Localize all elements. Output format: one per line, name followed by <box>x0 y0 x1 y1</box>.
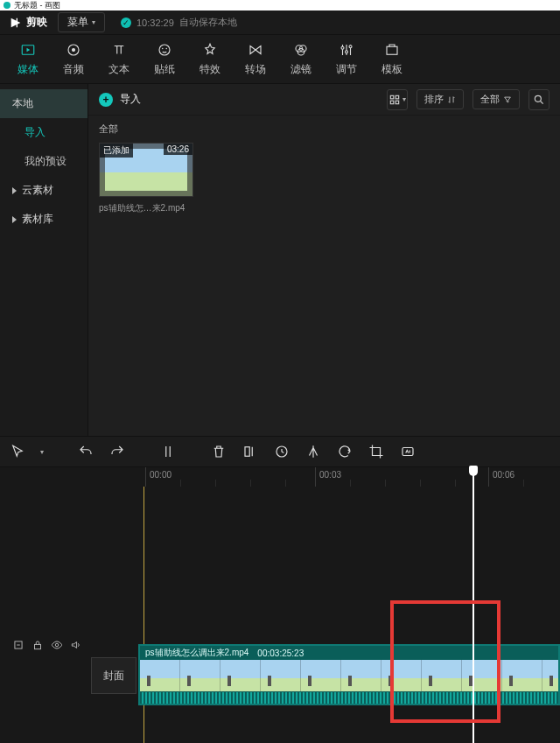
crop-button[interactable] <box>368 444 385 459</box>
funnel-icon <box>503 95 512 104</box>
sidebar-item-label: 素材库 <box>22 212 53 227</box>
sidebar-item-import[interactable]: 导入 <box>0 118 88 147</box>
sort-icon <box>447 95 456 104</box>
track-collapse-button[interactable] <box>12 639 24 654</box>
title-bar: 剪映 菜单 ▾ ✓ 10:32:29 自动保存本地 <box>0 11 560 35</box>
content-toolbar-right: ▾ 排序 全部 <box>387 89 550 110</box>
pointer-tool-button[interactable] <box>9 444 26 459</box>
import-label: 导入 <box>120 92 141 107</box>
tab-sticker[interactable]: 贴纸 <box>142 35 187 83</box>
check-icon: ✓ <box>121 18 131 28</box>
track-controls <box>0 635 88 656</box>
sticker-icon <box>156 41 173 59</box>
track-visibility-button[interactable] <box>51 639 63 654</box>
svg-point-23 <box>55 643 59 647</box>
template-icon <box>383 41 401 59</box>
ai-button[interactable] <box>399 444 416 459</box>
split-button[interactable] <box>159 444 177 459</box>
content-toolbar: + 导入 ▾ 排序 全部 <box>88 84 560 116</box>
adjust-icon <box>338 41 355 59</box>
sidebar-item-library[interactable]: 素材库 <box>0 205 88 234</box>
view-grid-button[interactable]: ▾ <box>387 89 408 110</box>
app-dot-icon <box>4 2 10 9</box>
timeline[interactable]: 封面 ps辅助线怎么调出来2.mp4 00:03:25:23 <box>0 487 560 743</box>
menu-button[interactable]: 菜单 ▾ <box>58 12 105 32</box>
sidebar-item-cloud[interactable]: 云素材 <box>0 176 88 205</box>
tab-sticker-label: 贴纸 <box>154 62 175 77</box>
chevron-right-icon <box>12 216 17 223</box>
tab-media[interactable]: 媒体 <box>5 35 51 83</box>
tab-filter-label: 滤镜 <box>290 62 312 77</box>
sidebar-item-label: 本地 <box>12 96 33 111</box>
sidebar: 本地 导入 我的预设 云素材 素材库 <box>0 84 88 436</box>
category-label: 全部 <box>99 123 550 136</box>
chevron-down-icon: ▾ <box>92 18 95 26</box>
autosave-status: ✓ 10:32:29 自动保存本地 <box>121 16 237 29</box>
app-logo: 剪映 <box>9 15 47 30</box>
tab-filter[interactable]: 滤镜 <box>278 35 324 83</box>
svg-rect-13 <box>390 95 394 99</box>
svg-rect-16 <box>396 101 399 104</box>
asset-filename: ps辅助线怎…来2.mp4 <box>99 202 193 214</box>
sort-label: 排序 <box>424 93 444 106</box>
chevron-down-icon: ▾ <box>402 95 406 103</box>
svg-point-4 <box>162 48 164 50</box>
svg-point-5 <box>166 48 168 50</box>
undo-button[interactable] <box>77 444 94 459</box>
filter-button[interactable]: 全部 <box>472 89 520 109</box>
transition-icon <box>247 41 264 59</box>
import-button[interactable]: + 导入 <box>99 92 141 107</box>
svg-point-3 <box>159 45 170 55</box>
track-mute-button[interactable] <box>70 639 82 654</box>
effect-icon <box>201 41 219 59</box>
os-tab-title: 无标题 - 画图 <box>14 0 60 11</box>
search-button[interactable] <box>528 89 550 110</box>
sidebar-item-label: 云素材 <box>22 183 53 198</box>
tab-audio[interactable]: 音频 <box>51 35 96 83</box>
tab-adjust[interactable]: 调节 <box>324 35 369 83</box>
tab-text[interactable]: 文本 <box>96 35 142 83</box>
tab-text-label: 文本 <box>108 62 130 77</box>
svg-rect-18 <box>245 447 249 457</box>
svg-point-17 <box>535 95 541 102</box>
media-asset[interactable]: 已添加 03:26 ps辅助线怎…来2.mp4 <box>99 143 193 214</box>
svg-rect-15 <box>390 101 394 104</box>
plus-icon: + <box>99 93 113 107</box>
tab-effect-label: 特效 <box>200 62 220 77</box>
speed-button[interactable] <box>273 444 290 459</box>
tab-adjust-label: 调节 <box>336 62 357 77</box>
tab-template[interactable]: 模板 <box>369 35 415 83</box>
tab-effect[interactable]: 特效 <box>187 35 233 83</box>
content-panel: + 导入 ▾ 排序 全部 <box>88 84 560 436</box>
grid-icon <box>388 94 401 106</box>
sort-button[interactable]: 排序 <box>416 89 464 109</box>
playhead-handle[interactable] <box>469 466 478 476</box>
tab-audio-label: 音频 <box>63 62 84 77</box>
delete-button[interactable] <box>210 444 228 459</box>
tab-transition[interactable]: 转场 <box>233 35 278 83</box>
primary-toolbar: 媒体 音频 文本 贴纸 特效 转场 滤镜 调节 模板 <box>0 35 560 84</box>
chevron-down-icon[interactable]: ▾ <box>40 448 44 456</box>
timeline-action-bar: ▾ <box>0 436 560 467</box>
audio-icon <box>65 41 82 59</box>
redo-button[interactable] <box>108 444 126 459</box>
svg-point-10 <box>346 51 348 53</box>
cover-button[interactable]: 封面 <box>91 657 136 694</box>
sidebar-item-label: 我的预设 <box>24 155 66 167</box>
sidebar-item-local[interactable]: 本地 <box>0 89 88 118</box>
ruler-label: 00:03 <box>319 470 341 480</box>
clip-duration: 00:03:25:23 <box>257 648 304 658</box>
chevron-right-icon <box>12 187 17 194</box>
mirror-button[interactable] <box>304 444 322 459</box>
tab-transition-label: 转场 <box>245 62 266 77</box>
sidebar-item-preset[interactable]: 我的预设 <box>0 147 88 176</box>
rotate-button[interactable] <box>336 444 354 459</box>
annotation-highlight-box <box>390 600 500 723</box>
content-body: 全部 已添加 03:26 ps辅助线怎…来2.mp4 <box>88 116 560 436</box>
media-icon <box>19 41 37 59</box>
crop-left-button[interactable] <box>242 444 259 459</box>
track-lock-button[interactable] <box>32 639 44 654</box>
autosave-text: 自动保存本地 <box>179 16 237 29</box>
ruler-label: 00:06 <box>493 470 514 480</box>
search-icon <box>533 94 545 106</box>
